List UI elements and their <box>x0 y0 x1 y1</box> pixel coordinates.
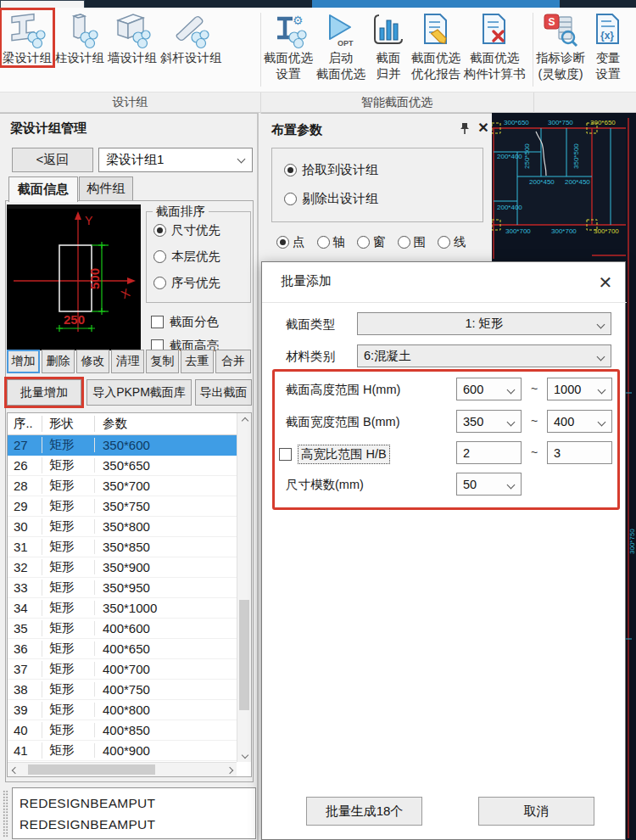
radio-icon <box>153 277 166 289</box>
close-icon[interactable]: ✕ <box>593 271 618 294</box>
export-section-button[interactable]: 导出截面 <box>195 379 252 406</box>
ribbon-button-start-section-opt[interactable]: OPT启动截面优选 <box>315 9 367 82</box>
mode-fence[interactable]: 围 <box>398 234 427 250</box>
svg-text:300*650: 300*650 <box>504 119 529 126</box>
merge-button[interactable]: 合并 <box>215 350 251 373</box>
ribbon-button-index-diagnosis[interactable]: S指标诊断(灵敏度) <box>534 9 587 82</box>
table-row[interactable]: 37 矩形 400*700 <box>8 659 237 680</box>
active-tab-highlight <box>312 0 560 8</box>
sort-option-floor-first[interactable]: 本层优先 <box>153 249 220 265</box>
chevron-down-icon <box>597 321 605 329</box>
dedupe-button[interactable]: 去重 <box>181 350 214 373</box>
pick-mode-row: 点 轴 窗 围 线 <box>276 234 466 250</box>
table-row[interactable]: 30 矩形 350*800 <box>8 517 237 537</box>
scroll-left-icon[interactable] <box>11 766 18 773</box>
delete-button[interactable]: 删除 <box>42 350 75 373</box>
ratio-from-input[interactable]: 2 <box>456 441 522 464</box>
add-button[interactable]: 增加 <box>7 350 40 373</box>
ribbon-button-opt-report[interactable]: 截面优选优化报告 <box>410 9 462 82</box>
ratio-range-checkbox[interactable]: 高宽比范围 H/B <box>279 445 390 464</box>
group-label-smart-section: 智能截面优选 <box>261 95 533 110</box>
svg-text:300*650: 300*650 <box>590 119 616 126</box>
mode-axis[interactable]: 轴 <box>317 234 346 250</box>
table-row[interactable]: 40 矩形 400*850 <box>8 720 237 741</box>
ribbon-button-column-design-group[interactable]: 柱设计组 <box>53 9 106 66</box>
section-preview: Y X 500 250 <box>7 204 141 350</box>
tab-member-group[interactable]: 构件组 <box>79 176 133 200</box>
pin-icon[interactable] <box>458 122 471 136</box>
cancel-button[interactable]: 取消 <box>478 797 594 826</box>
table-row[interactable]: 31 矩形 350*850 <box>8 537 237 557</box>
horizontal-scrollbar[interactable] <box>8 762 237 776</box>
close-icon[interactable]: ✕ <box>475 118 492 137</box>
width-to-dropdown[interactable]: 400 <box>547 410 612 433</box>
svg-text:{x}: {x} <box>600 30 614 42</box>
ribbon-button-brace-design-group[interactable]: 斜杆设计组 <box>159 9 224 66</box>
ribbon: 梁设计组柱设计组墙设计组斜杆设计组 ⚙截面优选设置OPT启动截面优选截面归并截面… <box>0 8 636 92</box>
table-row[interactable]: 29 矩形 350*750 <box>8 496 237 517</box>
batch-generate-button[interactable]: 批量生成18个 <box>306 797 422 826</box>
svg-text:200*450: 200*450 <box>529 178 555 186</box>
ratio-to-input[interactable]: 3 <box>547 441 612 464</box>
scroll-right-icon[interactable] <box>226 766 232 773</box>
svg-text:300*700: 300*700 <box>551 227 577 235</box>
table-row[interactable]: 28 矩形 350*700 <box>8 476 237 496</box>
ribbon-button-variable-settings[interactable]: {x}变量设置 <box>587 9 629 82</box>
modulus-dropdown[interactable]: 50 <box>456 473 522 496</box>
panel-title: 布置参数 <box>271 122 322 138</box>
height-from-dropdown[interactable]: 600 <box>456 378 522 400</box>
ribbon-button-section-merge[interactable]: 截面归并 <box>367 9 410 82</box>
command-line-box[interactable]: REDESIGNBEAMPUT REDESIGNBEAMPUT <box>12 787 256 839</box>
table-row[interactable]: 39 矩形 400*800 <box>8 700 237 720</box>
layout-params-panel: 布置参数 ✕ 拾取到设计组 剔除出设计组 点 轴 窗 围 线 <box>261 113 492 261</box>
table-row[interactable]: 34 矩形 350*1000 <box>8 598 237 619</box>
table-row[interactable]: 36 矩形 400*650 <box>8 639 237 659</box>
option-remove-from-group[interactable]: 剔除出设计组 <box>284 191 378 207</box>
option-pick-into-group[interactable]: 拾取到设计组 <box>284 162 378 178</box>
table-row[interactable]: 33 矩形 350*950 <box>8 578 237 598</box>
chevron-down-icon <box>507 481 516 490</box>
ribbon-tab-partial[interactable] <box>0 0 85 8</box>
table-row[interactable]: 32 矩形 350*900 <box>8 557 237 578</box>
checkbox-section-color[interactable]: 截面分色 <box>151 314 219 330</box>
section-type-dropdown[interactable]: 1: 矩形 <box>357 312 611 335</box>
ribbon-button-section-opt-settings[interactable]: ⚙截面优选设置 <box>262 9 315 82</box>
mode-line[interactable]: 线 <box>438 234 466 250</box>
ribbon-button-beam-design-group[interactable]: 梁设计组 <box>1 9 53 66</box>
ribbon-button-wall-design-group[interactable]: 墙设计组 <box>106 9 159 66</box>
radio-icon <box>438 236 450 249</box>
mode-point[interactable]: 点 <box>276 234 305 250</box>
table-row[interactable]: 35 矩形 400*600 <box>8 619 237 639</box>
svg-text:300*700: 300*700 <box>594 227 619 235</box>
dock-grip-handle[interactable] <box>3 790 8 837</box>
chevron-down-icon <box>507 418 516 427</box>
table-row[interactable]: 41 矩形 400*900 <box>8 741 237 761</box>
sort-option-size-first[interactable]: 尺寸优先 <box>153 222 220 238</box>
sort-option-index-first[interactable]: 序号优先 <box>153 275 220 291</box>
modify-button[interactable]: 修改 <box>76 350 109 373</box>
ribbon-button-member-calc-book[interactable]: 截面优选构件计算书 <box>462 9 527 82</box>
radio-icon <box>276 236 289 249</box>
beam-icon <box>8 11 47 50</box>
material-dropdown[interactable]: 6:混凝土 <box>357 344 611 367</box>
svg-text:200*400: 200*400 <box>497 204 522 211</box>
table-row[interactable]: 27 矩形 350*600 <box>8 435 237 456</box>
vertical-scrollbar[interactable] <box>237 413 251 762</box>
import-pkpm-button[interactable]: 导入PKPM截面库 <box>86 379 192 406</box>
clean-button[interactable]: 清理 <box>111 350 144 373</box>
mode-window[interactable]: 窗 <box>357 234 386 250</box>
batch-add-button[interactable]: 批量增加 <box>7 379 81 406</box>
copy-button[interactable]: 复制 <box>146 350 179 373</box>
height-to-dropdown[interactable]: 1000 <box>547 378 612 400</box>
design-group-dropdown[interactable]: 梁设计组1 <box>98 148 253 172</box>
svg-text:OPT: OPT <box>338 39 354 48</box>
dim-width: 250 <box>64 312 85 327</box>
play-opt-icon: OPT <box>321 11 360 50</box>
table-row[interactable]: 26 矩形 350*650 <box>8 456 237 476</box>
scroll-down-icon[interactable] <box>241 751 248 758</box>
tab-section-info[interactable]: 截面信息 <box>8 176 78 202</box>
back-button[interactable]: <返回 <box>12 148 93 172</box>
scroll-up-icon[interactable] <box>241 417 248 423</box>
table-row[interactable]: 38 矩形 400*750 <box>8 680 237 700</box>
width-from-dropdown[interactable]: 350 <box>456 410 522 433</box>
